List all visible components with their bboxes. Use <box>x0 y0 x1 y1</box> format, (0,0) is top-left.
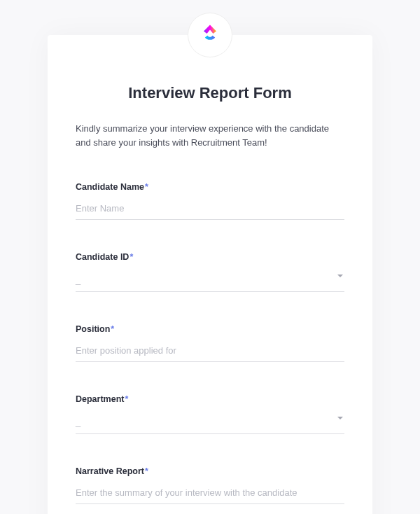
field-candidate-name: Candidate Name* <box>76 182 344 220</box>
field-department: Department* _ <box>76 394 344 434</box>
select-placeholder: _ <box>76 417 80 427</box>
narrative-report-label: Narrative Report* <box>76 466 344 476</box>
department-label: Department* <box>76 394 344 404</box>
label-text: Candidate Name <box>76 182 144 192</box>
field-narrative-report: Narrative Report* <box>76 466 344 507</box>
label-text: Candidate ID <box>76 252 129 262</box>
department-select[interactable]: _ <box>76 411 344 434</box>
candidate-name-label: Candidate Name* <box>76 182 344 192</box>
position-label: Position* <box>76 324 344 334</box>
candidate-id-select[interactable]: _ <box>76 269 344 292</box>
position-input[interactable] <box>76 341 344 362</box>
clickup-logo-icon <box>197 21 223 49</box>
label-text: Position <box>76 324 110 334</box>
logo-circle <box>188 13 232 57</box>
narrative-report-textarea[interactable] <box>76 483 344 504</box>
required-mark: * <box>130 252 133 262</box>
chevron-down-icon <box>337 417 343 419</box>
form-title: Interview Report Form <box>76 84 344 102</box>
required-mark: * <box>145 182 148 192</box>
select-placeholder: _ <box>76 275 80 285</box>
label-text: Narrative Report <box>76 466 144 476</box>
form-intro: Kindly summarize your interview experien… <box>76 122 344 150</box>
candidate-id-label: Candidate ID* <box>76 252 344 262</box>
candidate-name-input[interactable] <box>76 199 344 220</box>
required-mark: * <box>125 394 128 404</box>
field-position: Position* <box>76 324 344 362</box>
required-mark: * <box>111 324 114 334</box>
form-card: Interview Report Form Kindly summarize y… <box>48 35 372 514</box>
chevron-down-icon <box>337 275 343 277</box>
label-text: Department <box>76 394 124 404</box>
field-candidate-id: Candidate ID* _ <box>76 252 344 292</box>
required-mark: * <box>145 466 148 476</box>
